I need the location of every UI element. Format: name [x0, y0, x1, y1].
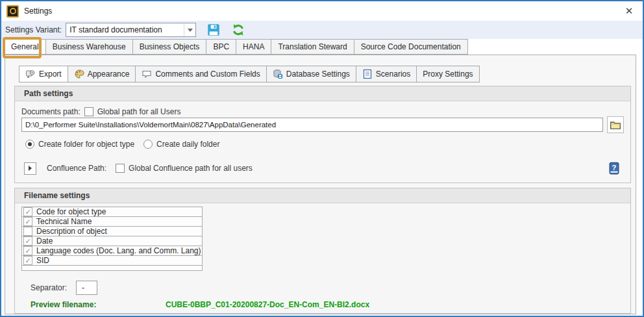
preview-filename-label: Preview filename:	[31, 300, 96, 309]
titlebar: Settings ✕	[1, 1, 643, 21]
document-icon	[362, 69, 373, 79]
database-icon	[273, 69, 283, 79]
checkbox[interactable]	[23, 227, 32, 236]
list-item[interactable]: Description of object	[21, 226, 203, 236]
tab-general-label: General	[11, 42, 39, 51]
refresh-button[interactable]	[231, 23, 245, 37]
separator-input[interactable]: -	[76, 281, 97, 295]
documents-path-input[interactable]: D:\0_Performer Suite\Installations\Volde…	[21, 118, 603, 132]
settings-window: Settings ✕ Settings Variant: IT standard…	[0, 0, 644, 317]
tab-general[interactable]: General	[4, 39, 46, 55]
refresh-icon	[232, 23, 245, 36]
variant-label: Settings Variant:	[5, 25, 62, 34]
filename-settings-header: Filename settings	[15, 188, 630, 203]
separator-row: Separator: -	[31, 281, 97, 295]
radio-create-folder-object-type[interactable]	[25, 140, 34, 149]
save-button[interactable]	[206, 23, 221, 37]
documents-path-row: Documents path: Global path for all User…	[21, 107, 180, 116]
global-confluence-label: Global Confluence path for all users	[129, 164, 253, 173]
confluence-row: Confluence Path: Global Confluence path …	[24, 161, 621, 175]
list-item[interactable]: ✓ Code for object type	[21, 207, 203, 217]
global-path-label: Global path for all Users	[97, 107, 181, 116]
global-path-checkbox[interactable]	[84, 107, 93, 116]
tab-comments-and-custom-fields[interactable]: Comments and Custom Fields	[135, 66, 266, 82]
radio-create-daily-folder[interactable]	[143, 140, 153, 149]
browse-folder-button[interactable]	[607, 116, 624, 133]
palette-icon	[74, 69, 84, 79]
sub-tab-strip: Export Appearance Comments and Custom Fi…	[19, 66, 479, 82]
tab-database-settings[interactable]: Database Settings	[266, 66, 356, 82]
main-tab-strip: General Business Warehouse Business Obje…	[4, 39, 643, 55]
preview-filename-value: CUBE-0BBP_C01-20200827-Doc_EN-Com_EN-BI2…	[166, 300, 369, 309]
preview-row: Preview filename: CUBE-0BBP_C01-20200827…	[31, 300, 96, 309]
svg-text:?: ?	[612, 164, 617, 171]
close-icon[interactable]: ✕	[621, 5, 638, 17]
path-settings-group: Path settings Documents path: Global pat…	[14, 86, 631, 183]
help-book-icon: ?	[608, 162, 621, 175]
list-item[interactable]: ✓ Date	[21, 236, 203, 246]
tab-translation-steward[interactable]: Translation Steward	[271, 39, 354, 55]
app-logo-icon	[6, 5, 19, 18]
variant-row: Settings Variant: IT standard documentat…	[1, 21, 643, 39]
list-item[interactable]: ✓ SID	[21, 255, 203, 266]
list-item[interactable]: ✓ Technical Name	[21, 216, 203, 227]
window-title: Settings	[24, 6, 52, 16]
tab-business-objects[interactable]: Business Objects	[132, 39, 207, 55]
checkbox[interactable]: ✓	[23, 246, 32, 255]
path-settings-header: Path settings	[15, 86, 630, 101]
tab-proxy-settings[interactable]: Proxy Settings	[416, 66, 479, 82]
checkbox[interactable]: ✓	[23, 256, 32, 265]
folder-mode-radios: Create folder for object type Create dai…	[25, 140, 219, 149]
tab-hana[interactable]: HANA	[236, 39, 271, 55]
tab-source-code-documentation[interactable]: Source Code Documentation	[354, 39, 468, 55]
filename-settings-group: Filename settings ✓ Code for object type…	[14, 188, 631, 314]
tab-export[interactable]: Export	[19, 66, 68, 82]
list-item-empty	[21, 265, 203, 271]
checkbox[interactable]: ✓	[23, 217, 32, 226]
variant-value: IT standard documentation	[66, 25, 162, 34]
general-tab-panel: Export Appearance Comments and Custom Fi…	[5, 55, 636, 314]
speech-bubble-icon	[142, 69, 152, 79]
tab-scenarios[interactable]: Scenarios	[356, 66, 417, 82]
tab-appearance[interactable]: Appearance	[68, 66, 136, 82]
help-button[interactable]: ?	[607, 161, 621, 175]
floppy-disk-icon	[207, 23, 220, 36]
chevron-down-icon[interactable]	[184, 23, 195, 36]
confluence-path-label: Confluence Path:	[47, 164, 106, 173]
variant-dropdown[interactable]: IT standard documentation	[66, 23, 196, 37]
export-icon	[25, 69, 36, 79]
separator-label: Separator:	[31, 283, 67, 292]
filename-parts-list: ✓ Code for object type ✓ Technical Name …	[21, 207, 203, 271]
tab-bpc[interactable]: BPC	[206, 39, 236, 55]
folder-icon	[610, 119, 621, 131]
tab-business-warehouse[interactable]: Business Warehouse	[45, 39, 133, 55]
checkbox[interactable]: ✓	[23, 236, 32, 246]
global-confluence-checkbox[interactable]	[116, 164, 125, 173]
documents-path-label: Documents path:	[21, 107, 80, 116]
checkbox[interactable]: ✓	[23, 207, 32, 216]
list-item[interactable]: ✓ Language codes (Doc. Lang. and Comm. L…	[21, 246, 203, 256]
arrow-right-icon	[29, 166, 32, 171]
expand-button[interactable]	[24, 162, 36, 175]
